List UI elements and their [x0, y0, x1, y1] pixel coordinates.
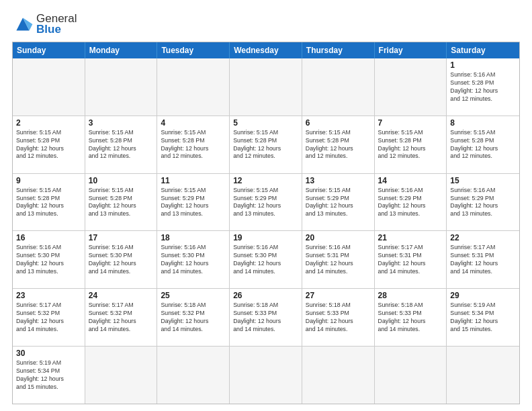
- day-info: Sunrise: 5:16 AMSunset: 5:28 PMDaylight:…: [450, 71, 516, 103]
- day-number: 6: [306, 118, 371, 128]
- day-info: Sunrise: 5:17 AMSunset: 5:32 PMDaylight:…: [89, 302, 154, 334]
- day-cell-27: 27Sunrise: 5:18 AMSunset: 5:33 PMDayligh…: [302, 289, 375, 346]
- day-cell-18: 18Sunrise: 5:16 AMSunset: 5:30 PMDayligh…: [157, 231, 230, 288]
- empty-cell: [375, 58, 447, 116]
- day-cell-4: 4Sunrise: 5:15 AMSunset: 5:28 PMDaylight…: [157, 116, 230, 173]
- header: General Blue: [12, 12, 520, 36]
- header-day-thursday: Thursday: [302, 42, 375, 58]
- day-cell-23: 23Sunrise: 5:17 AMSunset: 5:32 PMDayligh…: [13, 289, 85, 346]
- calendar-row-5: 30Sunrise: 5:19 AMSunset: 5:34 PMDayligh…: [13, 346, 519, 404]
- calendar-row-0: 1Sunrise: 5:16 AMSunset: 5:28 PMDaylight…: [13, 58, 519, 116]
- day-info: Sunrise: 5:19 AMSunset: 5:34 PMDaylight:…: [450, 302, 516, 334]
- day-info: Sunrise: 5:17 AMSunset: 5:32 PMDaylight:…: [16, 302, 81, 334]
- day-cell-20: 20Sunrise: 5:16 AMSunset: 5:31 PMDayligh…: [302, 231, 375, 288]
- empty-cell: [85, 347, 158, 404]
- calendar-row-2: 9Sunrise: 5:15 AMSunset: 5:28 PMDaylight…: [13, 173, 519, 231]
- calendar-body: 1Sunrise: 5:16 AMSunset: 5:28 PMDaylight…: [13, 58, 519, 404]
- day-number: 15: [450, 176, 516, 185]
- day-info: Sunrise: 5:15 AMSunset: 5:28 PMDaylight:…: [450, 129, 516, 161]
- day-cell-29: 29Sunrise: 5:19 AMSunset: 5:34 PMDayligh…: [447, 289, 519, 346]
- day-number: 4: [161, 118, 226, 128]
- day-info: Sunrise: 5:16 AMSunset: 5:29 PMDaylight:…: [378, 187, 443, 219]
- header-day-tuesday: Tuesday: [157, 42, 230, 58]
- day-info: Sunrise: 5:16 AMSunset: 5:31 PMDaylight:…: [306, 244, 371, 276]
- calendar: SundayMondayTuesdayWednesdayThursdayFrid…: [12, 42, 520, 404]
- calendar-row-3: 16Sunrise: 5:16 AMSunset: 5:30 PMDayligh…: [13, 230, 519, 288]
- calendar-row-1: 2Sunrise: 5:15 AMSunset: 5:28 PMDaylight…: [13, 116, 519, 173]
- day-number: 18: [161, 233, 226, 242]
- day-info: Sunrise: 5:15 AMSunset: 5:28 PMDaylight:…: [89, 129, 154, 161]
- day-number: 13: [306, 176, 371, 185]
- day-cell-12: 12Sunrise: 5:15 AMSunset: 5:29 PMDayligh…: [230, 174, 302, 231]
- day-info: Sunrise: 5:16 AMSunset: 5:30 PMDaylight:…: [233, 244, 298, 276]
- page: General Blue SundayMondayTuesdayWednesda…: [0, 0, 532, 411]
- empty-cell: [375, 347, 447, 404]
- day-info: Sunrise: 5:15 AMSunset: 5:29 PMDaylight:…: [233, 187, 298, 219]
- day-number: 12: [233, 176, 298, 185]
- day-cell-22: 22Sunrise: 5:17 AMSunset: 5:31 PMDayligh…: [447, 231, 519, 288]
- empty-cell: [157, 347, 230, 404]
- day-cell-13: 13Sunrise: 5:15 AMSunset: 5:29 PMDayligh…: [302, 174, 375, 231]
- day-info: Sunrise: 5:15 AMSunset: 5:28 PMDaylight:…: [16, 129, 81, 161]
- empty-cell: [447, 347, 519, 404]
- day-info: Sunrise: 5:16 AMSunset: 5:30 PMDaylight:…: [161, 244, 226, 276]
- day-number: 30: [16, 349, 81, 358]
- day-info: Sunrise: 5:18 AMSunset: 5:32 PMDaylight:…: [161, 302, 226, 334]
- day-cell-8: 8Sunrise: 5:15 AMSunset: 5:28 PMDaylight…: [447, 116, 519, 173]
- day-info: Sunrise: 5:18 AMSunset: 5:33 PMDaylight:…: [378, 302, 443, 334]
- day-number: 22: [450, 233, 516, 242]
- day-info: Sunrise: 5:15 AMSunset: 5:28 PMDaylight:…: [378, 129, 443, 161]
- day-info: Sunrise: 5:15 AMSunset: 5:28 PMDaylight:…: [89, 187, 154, 219]
- day-number: 27: [306, 291, 371, 300]
- day-number: 16: [16, 233, 81, 242]
- empty-cell: [13, 58, 85, 116]
- day-cell-10: 10Sunrise: 5:15 AMSunset: 5:28 PMDayligh…: [85, 174, 158, 231]
- day-info: Sunrise: 5:15 AMSunset: 5:29 PMDaylight:…: [306, 187, 371, 219]
- header-day-saturday: Saturday: [447, 42, 519, 58]
- empty-cell: [302, 58, 375, 116]
- empty-cell: [230, 58, 302, 116]
- day-number: 21: [378, 233, 443, 242]
- calendar-row-4: 23Sunrise: 5:17 AMSunset: 5:32 PMDayligh…: [13, 288, 519, 346]
- day-info: Sunrise: 5:19 AMSunset: 5:34 PMDaylight:…: [16, 359, 81, 392]
- day-number: 5: [233, 118, 298, 128]
- day-cell-6: 6Sunrise: 5:15 AMSunset: 5:28 PMDaylight…: [302, 116, 375, 173]
- day-number: 7: [378, 118, 443, 128]
- day-cell-2: 2Sunrise: 5:15 AMSunset: 5:28 PMDaylight…: [13, 116, 85, 173]
- day-number: 17: [89, 233, 154, 242]
- day-info: Sunrise: 5:16 AMSunset: 5:30 PMDaylight:…: [16, 244, 81, 276]
- day-cell-15: 15Sunrise: 5:16 AMSunset: 5:29 PMDayligh…: [447, 174, 519, 231]
- day-cell-25: 25Sunrise: 5:18 AMSunset: 5:32 PMDayligh…: [157, 289, 230, 346]
- header-day-monday: Monday: [85, 42, 158, 58]
- day-info: Sunrise: 5:15 AMSunset: 5:28 PMDaylight:…: [233, 129, 298, 161]
- day-number: 23: [16, 291, 81, 300]
- day-cell-1: 1Sunrise: 5:16 AMSunset: 5:28 PMDaylight…: [447, 58, 519, 116]
- empty-cell: [230, 347, 302, 404]
- day-cell-30: 30Sunrise: 5:19 AMSunset: 5:34 PMDayligh…: [13, 347, 85, 404]
- day-cell-21: 21Sunrise: 5:17 AMSunset: 5:31 PMDayligh…: [375, 231, 447, 288]
- header-day-friday: Friday: [375, 42, 447, 58]
- day-number: 1: [450, 60, 516, 70]
- day-number: 26: [233, 291, 298, 300]
- day-info: Sunrise: 5:16 AMSunset: 5:29 PMDaylight:…: [450, 187, 516, 219]
- day-info: Sunrise: 5:15 AMSunset: 5:29 PMDaylight:…: [161, 187, 226, 219]
- day-cell-7: 7Sunrise: 5:15 AMSunset: 5:28 PMDaylight…: [375, 116, 447, 173]
- day-number: 24: [89, 291, 154, 300]
- empty-cell: [85, 58, 158, 116]
- day-cell-9: 9Sunrise: 5:15 AMSunset: 5:28 PMDaylight…: [13, 174, 85, 231]
- day-info: Sunrise: 5:17 AMSunset: 5:31 PMDaylight:…: [378, 244, 443, 276]
- day-cell-16: 16Sunrise: 5:16 AMSunset: 5:30 PMDayligh…: [13, 231, 85, 288]
- day-cell-28: 28Sunrise: 5:18 AMSunset: 5:33 PMDayligh…: [375, 289, 447, 346]
- day-number: 28: [378, 291, 443, 300]
- day-cell-19: 19Sunrise: 5:16 AMSunset: 5:30 PMDayligh…: [230, 231, 302, 288]
- day-number: 8: [450, 118, 516, 128]
- day-cell-3: 3Sunrise: 5:15 AMSunset: 5:28 PMDaylight…: [85, 116, 158, 173]
- empty-cell: [302, 347, 375, 404]
- logo: General Blue: [12, 12, 77, 36]
- day-number: 10: [89, 176, 154, 185]
- general-blue-icon: [12, 13, 34, 35]
- day-number: 2: [16, 118, 81, 128]
- logo-text: General Blue: [36, 12, 77, 36]
- day-number: 9: [16, 176, 81, 185]
- day-info: Sunrise: 5:15 AMSunset: 5:28 PMDaylight:…: [161, 129, 226, 161]
